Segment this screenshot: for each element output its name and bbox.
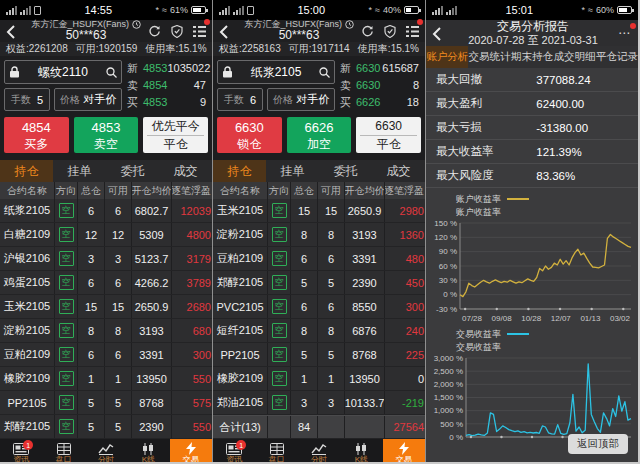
buy-long-button[interactable]: 4854 买多 <box>4 117 69 153</box>
tab-pending[interactable]: 挂单 <box>53 160 106 182</box>
shield-icon[interactable] <box>384 22 396 40</box>
available-lots-cell: 5 <box>318 343 345 366</box>
battery-icon <box>191 6 206 14</box>
nav-item-盘口[interactable]: 盘口 <box>255 439 297 462</box>
quote-row-ask: 卖 6630 8 <box>340 78 419 93</box>
tab-pending[interactable]: 挂单 <box>266 160 319 182</box>
open-price-cell: 5309 <box>132 223 172 246</box>
stat-value: 377088.24 <box>536 74 590 86</box>
report-tab-成交明细[interactable]: 成交明细 <box>553 46 595 68</box>
battery-percent: 61% <box>170 5 188 15</box>
nav-item-分时[interactable]: 分时 <box>298 439 340 462</box>
report-tab-期末持仓[interactable]: 期末持仓 <box>511 46 553 68</box>
list-icon[interactable] <box>193 22 206 40</box>
status-bar: 15:01 * ≈ 60% <box>426 0 638 20</box>
floating-pnl-cell: 2980 <box>385 199 425 222</box>
back-icon[interactable] <box>6 22 24 40</box>
available-lots-cell: 15 <box>105 295 132 318</box>
nav-item-交易[interactable]: 交易 <box>383 439 425 462</box>
floating-pnl-cell: 1360 <box>385 223 425 246</box>
nav-item-分时[interactable]: 分时 <box>85 439 127 462</box>
lock-position-button[interactable]: 6630 锁仓 <box>217 117 282 153</box>
table-row[interactable]: 淀粉2105空8831931360 <box>213 223 425 247</box>
battery-icon <box>404 6 419 14</box>
search-icon[interactable] <box>106 67 117 78</box>
table-row[interactable]: 玉米2105空15152650.92680 <box>0 295 212 319</box>
table-row[interactable]: 橡胶2109空1113950550 <box>0 367 212 391</box>
table-row[interactable]: 豆粕2109空663391480 <box>213 247 425 271</box>
status-time: 15:01 <box>457 4 582 16</box>
list-icon[interactable] <box>406 22 419 40</box>
close-position-button[interactable]: 优先平今 平仓 <box>143 117 208 153</box>
nav-item-K线[interactable]: K线 <box>127 439 169 462</box>
nav-item-交易[interactable]: 交易 <box>170 439 212 462</box>
shield-icon[interactable] <box>171 22 183 40</box>
sell-short-button[interactable]: 4853 卖空 <box>74 117 139 153</box>
nav-item-K线[interactable]: K线 <box>340 439 382 462</box>
tab-orders[interactable]: 委托 <box>319 160 372 182</box>
table-row[interactable]: 白糖2109空121253094800 <box>0 223 212 247</box>
candlestick-icon <box>354 443 368 455</box>
back-icon[interactable] <box>432 24 450 42</box>
total-lots-cell: 12 <box>78 223 105 246</box>
table-row[interactable]: 鸡蛋2105空664266.23789 <box>0 271 212 295</box>
table-row[interactable]: 短纤2105空886876240 <box>213 319 425 343</box>
tab-orders[interactable]: 委托 <box>106 160 159 182</box>
nav-item-资讯[interactable]: 资讯1 <box>0 439 42 462</box>
contract-name: 淀粉2105 <box>213 223 268 246</box>
close-position-button[interactable]: 6630 平仓 <box>356 117 421 153</box>
notification-dot <box>630 23 636 29</box>
table-row[interactable]: PP2105空558768225 <box>213 343 425 367</box>
price-mode-select[interactable]: 价格 对手价 <box>54 88 122 111</box>
totals-row[interactable]: 合计(13)8427564 <box>213 415 425 439</box>
open-price-cell: 3391 <box>345 247 385 270</box>
total-lots-cell: 8 <box>291 319 318 342</box>
floating-pnl-cell: 0 <box>385 367 425 390</box>
floating-pnl-cell: 240 <box>385 319 425 342</box>
bottom-nav: 资讯1盘口分时K线交易 <box>213 439 425 462</box>
order-buttons: 6630 锁仓 6626 加空 6630 平仓 <box>213 111 425 153</box>
nav-item-盘口[interactable]: 盘口 <box>42 439 84 462</box>
contract-name: PP2105 <box>0 391 55 414</box>
available-lots-cell: 1 <box>105 367 132 390</box>
lots-stepper[interactable]: 手数 5 <box>4 88 50 111</box>
table-row[interactable]: 郑油2105空3310133.7-219 <box>213 391 425 415</box>
total-lots-cell: 5 <box>78 415 105 438</box>
table-row[interactable]: 沪银2106空335123.73179 <box>0 247 212 271</box>
available-lots-cell: 5 <box>105 415 132 438</box>
tab-fills[interactable]: 成交 <box>159 160 212 182</box>
refresh-icon[interactable] <box>361 22 374 40</box>
table-row[interactable]: 郑醇2105空552390450 <box>213 271 425 295</box>
contract-name: 郑油2105 <box>213 391 268 414</box>
price-mode-select[interactable]: 价格 对手价 <box>267 88 335 111</box>
table-row[interactable]: 纸浆2105空666802.712039 <box>0 199 212 223</box>
alarm-icon: * <box>156 5 160 15</box>
tab-positions[interactable]: 持仓 <box>213 160 266 182</box>
table-row[interactable]: 玉米2105空15152650.92980 <box>213 199 425 223</box>
back-icon[interactable] <box>219 22 237 40</box>
table-row[interactable]: 淀粉2105空883193680 <box>0 319 212 343</box>
table-row[interactable]: PP2105空558768575 <box>0 391 212 415</box>
floating-pnl-cell: 3179 <box>172 247 212 270</box>
refresh-icon[interactable] <box>148 22 161 40</box>
back-to-top-button[interactable]: 返回顶部 <box>568 434 628 454</box>
search-icon[interactable] <box>319 67 330 78</box>
table-row[interactable]: 橡胶2109空11139500 <box>213 367 425 391</box>
ellipsis-icon[interactable]: ⋯ <box>616 26 632 40</box>
report-tab-账户分析[interactable]: 账户分析 <box>426 46 468 68</box>
table-row[interactable]: PVC2105空668550300 <box>213 295 425 319</box>
contract-selector[interactable]: 螺纹2110 <box>4 60 122 84</box>
table-row[interactable]: 郑醇2105空552390550 <box>0 415 212 439</box>
report-tab-交易统计[interactable]: 交易统计 <box>468 46 510 68</box>
lots-stepper[interactable]: 手数 6 <box>217 88 263 111</box>
nav-item-资讯[interactable]: 资讯1 <box>213 439 255 462</box>
table-row[interactable]: 豆粕2109空663391300 <box>0 343 212 367</box>
stat-value: -31380.00 <box>536 122 588 134</box>
tab-fills[interactable]: 成交 <box>372 160 425 182</box>
wifi-icon: ≈ <box>375 5 380 15</box>
report-tab-平仓记录[interactable]: 平仓记录 <box>596 46 638 68</box>
add-short-button[interactable]: 6626 加空 <box>287 117 352 153</box>
tab-positions[interactable]: 持仓 <box>0 160 53 182</box>
contract-selector[interactable]: 纸浆2105 <box>217 60 335 84</box>
open-price-cell: 6802.7 <box>132 199 172 222</box>
